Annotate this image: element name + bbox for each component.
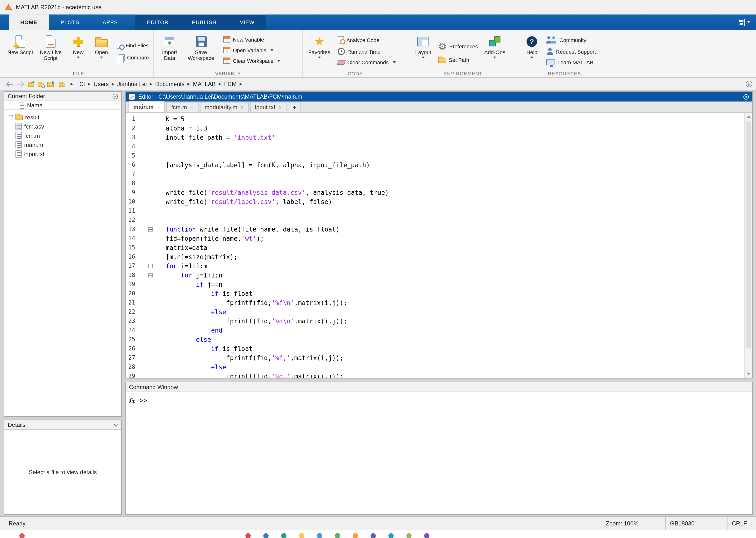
name-column-header[interactable]: Name: [4, 101, 121, 110]
new-live-script-icon: [46, 35, 56, 48]
star-icon: ★: [314, 36, 324, 47]
details-header[interactable]: Details: [4, 420, 121, 430]
breadcrumb-segment[interactable]: FCM: [223, 80, 238, 88]
help-button[interactable]: ? Help: [521, 32, 543, 70]
layout-button[interactable]: Layout: [411, 32, 435, 70]
editor-tab-modularity.m[interactable]: modularity.m×: [200, 102, 249, 112]
close-icon[interactable]: ×: [190, 104, 193, 110]
breadcrumb-segment[interactable]: Documents: [154, 80, 185, 88]
ribbon-tab-publish[interactable]: PUBLISH: [180, 15, 228, 30]
new-variable-icon: [223, 36, 230, 42]
new-live-script-button[interactable]: New Live Script: [35, 32, 67, 70]
request-support-button[interactable]: Request Support: [546, 48, 596, 55]
ribbon-tab-view[interactable]: VIEW: [228, 15, 266, 30]
new-variable-button[interactable]: New Variable: [223, 36, 280, 42]
chevron-down-icon[interactable]: [114, 421, 118, 426]
breadcrumb-segment[interactable]: C:: [78, 80, 86, 88]
fold-marker-icon[interactable]: [148, 227, 153, 232]
file-item-input.txt[interactable]: input.txt: [4, 149, 121, 159]
run-and-time-button[interactable]: Run and Time: [338, 48, 396, 55]
editor-panel-menu-icon[interactable]: [743, 94, 749, 99]
code-text: K = 5: [155, 115, 185, 124]
up-one-level-icon[interactable]: [28, 82, 34, 87]
code-line: 16[m,n]=size(matrix);: [125, 252, 744, 261]
editor-tab-fcm.m[interactable]: fcm.m×: [166, 102, 198, 112]
new-button[interactable]: New: [68, 32, 89, 70]
preferences-button[interactable]: ⚙ Preferences: [438, 41, 478, 51]
code-text: [155, 206, 166, 216]
ribbon-tab-editor[interactable]: EDITOR: [135, 15, 180, 30]
code-line: 28 else: [125, 362, 744, 372]
new-live-script-label: New Live Script: [35, 49, 67, 61]
code-text: [155, 216, 166, 225]
forward-arrow-icon[interactable]: [17, 81, 24, 87]
file-item-main.m[interactable]: main.m: [4, 140, 121, 149]
browse-folder-icon[interactable]: [38, 82, 44, 87]
expand-icon[interactable]: +: [9, 115, 13, 119]
recent-folders-icon[interactable]: [47, 82, 54, 87]
request-support-icon: [546, 48, 554, 55]
file-item-fcm.asv[interactable]: fcm.asv: [4, 122, 121, 131]
address-actions-icon[interactable]: [746, 81, 752, 87]
fold-column: [140, 353, 155, 362]
community-button[interactable]: Community: [546, 36, 596, 43]
line-number: 2: [125, 124, 140, 133]
current-folder-title: Current Folder: [8, 93, 45, 100]
back-arrow-icon[interactable]: [6, 81, 14, 87]
compare-button[interactable]: Compare: [117, 54, 149, 61]
fx-icon[interactable]: fx: [128, 397, 135, 404]
breadcrumb-segment[interactable]: Jianhua Lei: [116, 80, 148, 88]
command-input-area[interactable]: fx >>: [125, 392, 752, 514]
close-icon[interactable]: ×: [241, 104, 244, 110]
save-workspace-button[interactable]: Save Workspace: [184, 32, 218, 70]
quick-access-dropdown-icon[interactable]: [747, 21, 750, 23]
open-button[interactable]: Open: [90, 32, 113, 70]
breadcrumb-segment[interactable]: MATLAB: [192, 80, 217, 88]
fold-marker-icon[interactable]: [148, 264, 153, 268]
compare-icon: [119, 54, 125, 61]
add-ons-button[interactable]: Add-Ons: [481, 32, 509, 70]
breadcrumb-segment[interactable]: Users: [93, 80, 110, 88]
current-folder-panel: Current Folder Name +resultfcm.asvfcm.mm…: [4, 91, 122, 417]
save-workspace-label: Save Workspace: [184, 49, 218, 61]
chevron-right-icon: ▶: [148, 82, 154, 86]
code-editor[interactable]: 1K = 52alpha = 1.33input_file_path = 'in…: [125, 113, 744, 378]
line-number: 26: [125, 344, 140, 353]
editor-tab-input.txt[interactable]: input.txt×: [250, 102, 287, 112]
quick-save-icon[interactable]: [738, 19, 745, 26]
ribbon-tab-home[interactable]: HOME: [9, 15, 49, 30]
file-item-result[interactable]: +result: [4, 113, 121, 122]
open-label: Open: [95, 49, 108, 55]
chevron-right-icon: ▶: [217, 82, 223, 86]
line-number: 8: [125, 179, 140, 188]
favorites-button[interactable]: ★ Favorites: [306, 32, 333, 70]
fold-column: [140, 188, 155, 197]
clear-workspace-icon: [223, 58, 230, 64]
ribbon-tab-plots[interactable]: PLOTS: [49, 15, 91, 30]
learn-matlab-button[interactable]: Learn MATLAB: [546, 59, 596, 65]
close-icon[interactable]: ×: [279, 104, 282, 110]
clear-commands-button[interactable]: Clear Commands: [338, 59, 396, 65]
set-path-button[interactable]: Set Path: [438, 57, 478, 63]
scroll-down-icon[interactable]: [747, 373, 751, 375]
analyze-code-label: Analyze Code: [346, 37, 379, 43]
scrollbar-thumb[interactable]: [746, 121, 751, 349]
editor-tab-main.m[interactable]: main.m×: [128, 101, 165, 112]
status-bar: Ready Zoom: 100% GB18030 CRLF: [0, 516, 756, 530]
close-icon[interactable]: ×: [157, 104, 160, 110]
import-data-button[interactable]: Import Data: [157, 32, 183, 70]
scroll-up-icon[interactable]: [747, 116, 751, 118]
ribbon-tab-apps[interactable]: APPS: [91, 15, 130, 30]
new-script-button[interactable]: New Script: [7, 32, 34, 70]
editor-scrollbar[interactable]: [744, 113, 752, 378]
file-item-fcm.m[interactable]: fcm.m: [4, 131, 121, 140]
code-text: if j==n: [155, 280, 222, 289]
analyze-code-button[interactable]: Analyze Code: [338, 36, 396, 43]
open-variable-button[interactable]: Open Variable: [223, 47, 280, 53]
find-files-button[interactable]: Find Files: [117, 41, 149, 49]
panel-menu-icon[interactable]: [113, 93, 118, 99]
fold-column: [140, 133, 155, 142]
clear-workspace-button[interactable]: Clear Workspace: [223, 58, 280, 64]
fold-marker-icon[interactable]: [148, 273, 153, 278]
new-tab-button[interactable]: +: [288, 102, 301, 112]
